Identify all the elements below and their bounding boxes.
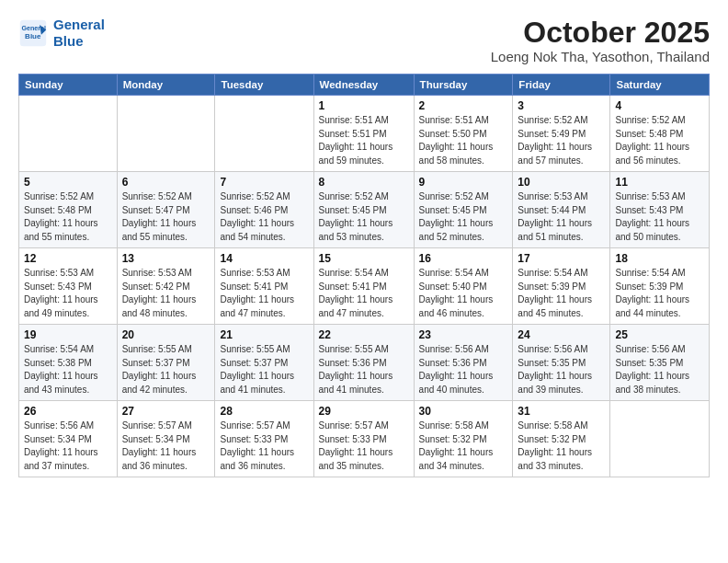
cell-info: Sunrise: 5:52 AM Sunset: 5:49 PM Dayligh… (518, 114, 605, 167)
calendar-week-row: 19Sunrise: 5:54 AM Sunset: 5:38 PM Dayli… (19, 325, 710, 401)
calendar-cell: 17Sunrise: 5:54 AM Sunset: 5:39 PM Dayli… (513, 248, 610, 325)
calendar-cell: 26Sunrise: 5:56 AM Sunset: 5:34 PM Dayli… (19, 401, 118, 477)
calendar-cell: 27Sunrise: 5:57 AM Sunset: 5:34 PM Dayli… (117, 401, 215, 477)
svg-text:Blue: Blue (25, 32, 41, 40)
calendar-cell: 4Sunrise: 5:52 AM Sunset: 5:48 PM Daylig… (610, 96, 710, 172)
calendar-table: SundayMondayTuesdayWednesdayThursdayFrid… (18, 74, 710, 477)
calendar-cell: 22Sunrise: 5:55 AM Sunset: 5:36 PM Dayli… (313, 325, 414, 401)
page: General Blue General Blue October 2025 L… (0, 0, 728, 490)
logo: General Blue General Blue (18, 17, 105, 50)
cell-day-number: 11 (615, 176, 704, 189)
calendar-cell: 21Sunrise: 5:55 AM Sunset: 5:37 PM Dayli… (215, 325, 313, 401)
cell-info: Sunrise: 5:56 AM Sunset: 5:35 PM Dayligh… (615, 343, 704, 396)
cell-day-number: 15 (319, 252, 409, 265)
cell-day-number: 12 (24, 252, 112, 265)
calendar-cell: 15Sunrise: 5:54 AM Sunset: 5:41 PM Dayli… (313, 248, 414, 325)
calendar-cell: 10Sunrise: 5:53 AM Sunset: 5:44 PM Dayli… (513, 172, 610, 248)
cell-day-number: 20 (122, 328, 210, 341)
calendar-cell: 7Sunrise: 5:52 AM Sunset: 5:46 PM Daylig… (215, 172, 313, 248)
calendar-week-row: 5Sunrise: 5:52 AM Sunset: 5:48 PM Daylig… (19, 172, 710, 248)
calendar-cell: 29Sunrise: 5:57 AM Sunset: 5:33 PM Dayli… (313, 401, 414, 477)
logo-line2: Blue (53, 33, 105, 50)
calendar-cell: 1Sunrise: 5:51 AM Sunset: 5:51 PM Daylig… (313, 96, 414, 172)
calendar-cell: 3Sunrise: 5:52 AM Sunset: 5:49 PM Daylig… (513, 96, 610, 172)
cell-info: Sunrise: 5:54 AM Sunset: 5:41 PM Dayligh… (319, 267, 409, 320)
cell-info: Sunrise: 5:52 AM Sunset: 5:48 PM Dayligh… (24, 190, 112, 244)
cell-info: Sunrise: 5:57 AM Sunset: 5:33 PM Dayligh… (319, 419, 409, 473)
cell-info: Sunrise: 5:52 AM Sunset: 5:46 PM Dayligh… (220, 190, 308, 244)
cell-info: Sunrise: 5:55 AM Sunset: 5:37 PM Dayligh… (220, 343, 308, 396)
cell-day-number: 23 (419, 328, 508, 341)
calendar-cell: 12Sunrise: 5:53 AM Sunset: 5:43 PM Dayli… (19, 248, 118, 325)
calendar-cell: 14Sunrise: 5:53 AM Sunset: 5:41 PM Dayli… (215, 248, 313, 325)
cell-info: Sunrise: 5:55 AM Sunset: 5:36 PM Dayligh… (319, 343, 409, 396)
calendar-cell: 31Sunrise: 5:58 AM Sunset: 5:32 PM Dayli… (513, 401, 610, 477)
weekday-header-saturday: Saturday (610, 75, 710, 96)
cell-day-number: 3 (518, 99, 605, 112)
cell-day-number: 18 (615, 252, 704, 265)
cell-day-number: 1 (319, 99, 409, 112)
calendar-cell: 25Sunrise: 5:56 AM Sunset: 5:35 PM Dayli… (610, 325, 710, 401)
weekday-header-friday: Friday (513, 75, 610, 96)
cell-info: Sunrise: 5:52 AM Sunset: 5:47 PM Dayligh… (122, 190, 210, 244)
calendar-cell: 23Sunrise: 5:56 AM Sunset: 5:36 PM Dayli… (414, 325, 513, 401)
cell-info: Sunrise: 5:52 AM Sunset: 5:45 PM Dayligh… (319, 190, 409, 244)
cell-day-number: 21 (220, 328, 308, 341)
calendar-cell: 30Sunrise: 5:58 AM Sunset: 5:32 PM Dayli… (414, 401, 513, 477)
cell-day-number: 7 (220, 176, 308, 189)
cell-day-number: 13 (122, 252, 210, 265)
calendar-cell (610, 401, 710, 477)
calendar-cell: 9Sunrise: 5:52 AM Sunset: 5:45 PM Daylig… (414, 172, 513, 248)
calendar-week-row: 26Sunrise: 5:56 AM Sunset: 5:34 PM Dayli… (19, 401, 710, 477)
calendar-cell (215, 96, 313, 172)
cell-day-number: 29 (319, 405, 409, 418)
cell-info: Sunrise: 5:54 AM Sunset: 5:39 PM Dayligh… (518, 267, 605, 320)
weekday-header-row: SundayMondayTuesdayWednesdayThursdayFrid… (19, 75, 710, 96)
cell-day-number: 16 (419, 252, 508, 265)
cell-day-number: 31 (518, 405, 605, 418)
cell-info: Sunrise: 5:53 AM Sunset: 5:43 PM Dayligh… (24, 267, 112, 320)
cell-info: Sunrise: 5:54 AM Sunset: 5:38 PM Dayligh… (24, 343, 112, 396)
cell-info: Sunrise: 5:57 AM Sunset: 5:34 PM Dayligh… (122, 419, 210, 473)
cell-info: Sunrise: 5:53 AM Sunset: 5:43 PM Dayligh… (615, 190, 704, 244)
calendar-cell: 11Sunrise: 5:53 AM Sunset: 5:43 PM Dayli… (610, 172, 710, 248)
cell-info: Sunrise: 5:56 AM Sunset: 5:34 PM Dayligh… (24, 419, 112, 473)
logo-icon: General Blue (18, 18, 48, 48)
calendar-cell: 19Sunrise: 5:54 AM Sunset: 5:38 PM Dayli… (19, 325, 118, 401)
cell-day-number: 26 (24, 405, 112, 418)
cell-day-number: 17 (518, 252, 605, 265)
calendar-cell: 13Sunrise: 5:53 AM Sunset: 5:42 PM Dayli… (117, 248, 215, 325)
calendar-cell: 2Sunrise: 5:51 AM Sunset: 5:50 PM Daylig… (414, 96, 513, 172)
weekday-header-wednesday: Wednesday (313, 75, 414, 96)
cell-day-number: 28 (220, 405, 308, 418)
cell-day-number: 24 (518, 328, 605, 341)
cell-info: Sunrise: 5:53 AM Sunset: 5:44 PM Dayligh… (518, 190, 605, 244)
cell-day-number: 19 (24, 328, 112, 341)
cell-day-number: 10 (518, 176, 605, 189)
calendar-subtitle: Loeng Nok Tha, Yasothon, Thailand (491, 49, 710, 64)
calendar-week-row: 12Sunrise: 5:53 AM Sunset: 5:43 PM Dayli… (19, 248, 710, 325)
cell-day-number: 30 (419, 405, 508, 418)
cell-info: Sunrise: 5:51 AM Sunset: 5:51 PM Dayligh… (319, 114, 409, 167)
cell-day-number: 9 (419, 176, 508, 189)
calendar-cell: 16Sunrise: 5:54 AM Sunset: 5:40 PM Dayli… (414, 248, 513, 325)
title-block: October 2025 Loeng Nok Tha, Yasothon, Th… (491, 17, 710, 64)
weekday-header-sunday: Sunday (19, 75, 118, 96)
cell-day-number: 6 (122, 176, 210, 189)
cell-info: Sunrise: 5:56 AM Sunset: 5:35 PM Dayligh… (518, 343, 605, 396)
calendar-cell: 5Sunrise: 5:52 AM Sunset: 5:48 PM Daylig… (19, 172, 118, 248)
cell-info: Sunrise: 5:51 AM Sunset: 5:50 PM Dayligh… (419, 114, 508, 167)
weekday-header-monday: Monday (117, 75, 215, 96)
cell-day-number: 4 (615, 99, 704, 112)
cell-info: Sunrise: 5:53 AM Sunset: 5:41 PM Dayligh… (220, 267, 308, 320)
calendar-cell (117, 96, 215, 172)
calendar-cell (19, 96, 118, 172)
weekday-header-tuesday: Tuesday (215, 75, 313, 96)
cell-day-number: 8 (319, 176, 409, 189)
cell-info: Sunrise: 5:52 AM Sunset: 5:45 PM Dayligh… (419, 190, 508, 244)
weekday-header-thursday: Thursday (414, 75, 513, 96)
cell-info: Sunrise: 5:54 AM Sunset: 5:39 PM Dayligh… (615, 267, 704, 320)
cell-day-number: 2 (419, 99, 508, 112)
calendar-cell: 8Sunrise: 5:52 AM Sunset: 5:45 PM Daylig… (313, 172, 414, 248)
cell-info: Sunrise: 5:55 AM Sunset: 5:37 PM Dayligh… (122, 343, 210, 396)
